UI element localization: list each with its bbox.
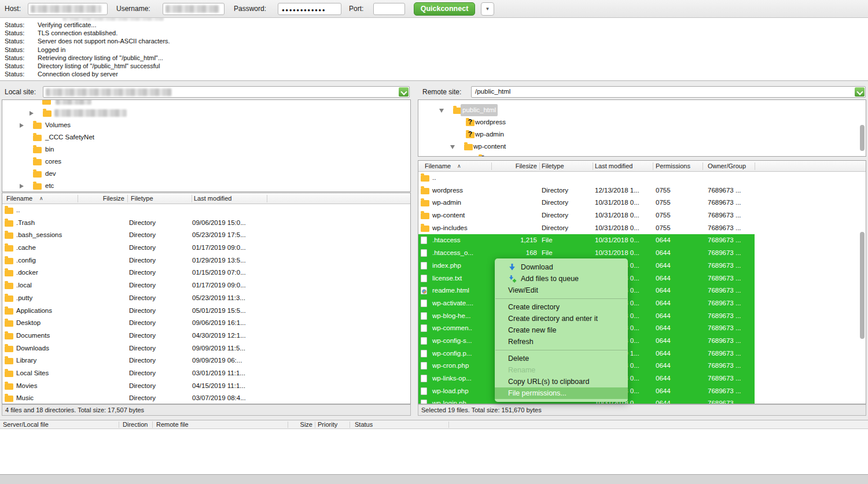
column-header-owner-group[interactable]: Owner/Group <box>708 161 746 172</box>
menu-item-download[interactable]: Download <box>495 261 628 273</box>
quickconnect-button[interactable]: Quickconnect <box>414 2 475 16</box>
queue-column-server-local-file[interactable]: Server/Local file <box>3 420 49 429</box>
remote-tree-item-wp-admin[interactable]: ?wp-admin <box>418 128 866 141</box>
column-separator[interactable] <box>78 195 78 202</box>
local-tree-item-etc[interactable]: etc <box>2 180 410 192</box>
column-header-filesize[interactable]: Filesize <box>492 161 537 172</box>
file-row[interactable]: ApplicationsDirectory05/01/2019 15:5... <box>2 305 410 317</box>
queue-column-remote-file[interactable]: Remote file <box>156 420 189 429</box>
file-row[interactable]: .bash_sessionsDirectory05/23/2019 17:5..… <box>2 229 410 242</box>
queue-column-status[interactable]: Status <box>355 420 373 429</box>
file-row[interactable]: DocumentsDirectory04/30/2019 12:1... <box>2 330 410 342</box>
file-row[interactable]: .dockerDirectory01/15/2019 07:0... <box>2 267 410 279</box>
file-row[interactable]: MusicDirectory03/07/2019 08:4... <box>2 392 410 404</box>
file-row[interactable]: .TrashDirectory09/06/2019 15:0... <box>2 217 410 230</box>
remote-site-combo[interactable]: /public_html <box>471 86 866 98</box>
file-row[interactable]: wp-includesDirectory10/31/2018 0...07557… <box>418 222 866 235</box>
column-separator[interactable] <box>119 422 119 428</box>
file-row[interactable]: Local SitesDirectory03/01/2019 11:1... <box>2 367 410 380</box>
menu-item-rename[interactable]: Rename <box>495 364 628 376</box>
column-header-permissions[interactable]: Permissions <box>656 161 690 172</box>
column-header-filename[interactable]: Filename <box>6 193 32 204</box>
remote-tree-item[interactable]: ? <box>418 153 866 157</box>
file-row[interactable]: wp-commen..10/31/2018 0...06447689673 ..… <box>418 322 866 335</box>
collapse-icon[interactable] <box>450 145 455 149</box>
column-separator[interactable] <box>288 422 288 428</box>
local-tree-item-bin[interactable]: bin <box>2 143 410 156</box>
column-separator[interactable] <box>267 195 267 202</box>
file-row[interactable]: .configDirectory01/29/2019 13:5... <box>2 254 410 267</box>
file-row[interactable]: wp-config-s...10/31/2018 0...06447689673… <box>418 335 866 348</box>
column-separator[interactable] <box>539 162 540 170</box>
file-row[interactable]: .. <box>418 172 866 184</box>
local-tree-item[interactable] <box>2 107 410 119</box>
file-row[interactable]: LibraryDirectory09/09/2019 06:... <box>2 354 410 367</box>
column-separator[interactable] <box>315 422 315 428</box>
column-separator[interactable] <box>653 162 653 170</box>
expand-icon[interactable] <box>30 111 34 116</box>
file-row[interactable]: wp-adminDirectory10/31/2018 0...07557689… <box>418 197 866 209</box>
column-separator[interactable] <box>448 422 449 428</box>
queue-column-direction[interactable]: Direction <box>123 420 148 429</box>
quickconnect-dropdown-button[interactable]: ▼ <box>481 2 494 16</box>
local-tree-item-dev[interactable]: dev <box>2 168 410 180</box>
column-separator[interactable] <box>152 422 153 428</box>
column-header-filetype[interactable]: Filetype <box>131 193 153 204</box>
menu-item-add-files-to-queue[interactable]: Add files to queue <box>495 273 628 285</box>
column-header-last-modified[interactable]: Last modified <box>194 193 231 204</box>
queue-column-priority[interactable]: Priority <box>318 420 337 429</box>
file-row[interactable]: DownloadsDirectory09/09/2019 11:5... <box>2 342 410 355</box>
file-row[interactable]: .htaccess1,215File10/31/2018 0...0644768… <box>418 234 866 247</box>
file-row[interactable]: .puttyDirectory05/23/2019 11:3... <box>2 292 410 305</box>
expand-icon[interactable] <box>20 123 24 128</box>
file-row[interactable]: DesktopDirectory09/06/2019 16:1... <box>2 317 410 330</box>
column-separator[interactable] <box>127 195 128 202</box>
column-header-filesize[interactable]: Filesize <box>79 193 124 204</box>
local-tree-item-cores[interactable]: cores <box>2 156 410 168</box>
remote-tree-item-public-html[interactable]: public_html <box>418 104 866 116</box>
file-row[interactable]: wp-links-op...10/31/2018 0...06447689673… <box>418 372 866 385</box>
file-row[interactable]: readme.html10/31/2018 0...06447689673 ..… <box>418 285 866 297</box>
file-row[interactable]: .htaccess_o...168File10/31/2018 0...0644… <box>418 247 866 260</box>
file-row[interactable]: wp-cron.php10/31/2018 0...06447689673 ..… <box>418 360 866 372</box>
local-site-combo[interactable] <box>43 86 410 98</box>
file-row[interactable]: .. <box>2 204 410 217</box>
file-row[interactable]: wordpressDirectory12/13/2018 1...0755768… <box>418 184 866 197</box>
collapse-icon[interactable] <box>439 109 444 113</box>
menu-item-create-directory[interactable]: Create directory <box>495 301 628 313</box>
file-row[interactable]: wp-login.ph...10/31/2018 0...06447689673… <box>418 397 866 404</box>
local-tree-item-volumes[interactable]: Volumes <box>2 119 410 131</box>
remote-tree-item-wp-content[interactable]: wp-content <box>418 141 866 153</box>
column-header-last-modified[interactable]: Last modified <box>595 161 632 172</box>
file-row[interactable]: wp-load.php10/31/2018 0...06447689673 ..… <box>418 385 866 398</box>
menu-item-create-directory-and-enter-it[interactable]: Create directory and enter it <box>495 313 628 324</box>
menu-item-file-permissions[interactable]: File permissions... <box>495 387 628 399</box>
file-row[interactable]: license.txt10/31/2018 0...06447689673 ..… <box>418 272 866 285</box>
menu-item-refresh[interactable]: Refresh <box>495 336 628 348</box>
host-input[interactable] <box>28 3 108 15</box>
file-row[interactable]: wp-config.p...01/15/2019 1...06447689673… <box>418 348 866 360</box>
file-row[interactable]: .cacheDirectory01/17/2019 09:0... <box>2 242 410 254</box>
scrollbar-thumb[interactable] <box>860 232 865 339</box>
combo-arrow-icon[interactable] <box>399 87 409 97</box>
menu-item-copy-url-s-to-clipboard[interactable]: Copy URL(s) to clipboard <box>495 376 628 387</box>
column-separator[interactable] <box>192 195 192 202</box>
file-row[interactable]: wp-contentDirectory10/31/2018 0...075576… <box>418 209 866 222</box>
local-tree-item--ccc-safetynet[interactable]: _CCC SafetyNet <box>2 131 410 143</box>
username-input[interactable] <box>163 3 225 15</box>
column-separator[interactable] <box>491 162 492 170</box>
expand-icon[interactable] <box>20 184 24 189</box>
column-header-filename[interactable]: Filename <box>425 161 451 172</box>
column-separator[interactable] <box>755 162 755 170</box>
file-row[interactable]: .localDirectory01/17/2019 09:0... <box>2 279 410 292</box>
file-row[interactable]: MoviesDirectory04/15/2019 11:1... <box>2 380 410 393</box>
file-row[interactable]: index.php10/31/2018 0...06447689673 ... <box>418 260 866 272</box>
menu-item-delete[interactable]: Delete <box>495 353 628 364</box>
file-row[interactable]: wp-blog-he...10/31/2018 0...06447689673 … <box>418 310 866 323</box>
password-input[interactable]: ●●●●●●●●●●●● <box>278 3 341 15</box>
column-separator[interactable] <box>350 422 350 428</box>
column-separator[interactable] <box>703 162 703 170</box>
column-separator[interactable] <box>593 162 593 170</box>
menu-item-view-edit[interactable]: View/Edit <box>495 285 628 296</box>
combo-arrow-icon[interactable] <box>855 87 865 97</box>
